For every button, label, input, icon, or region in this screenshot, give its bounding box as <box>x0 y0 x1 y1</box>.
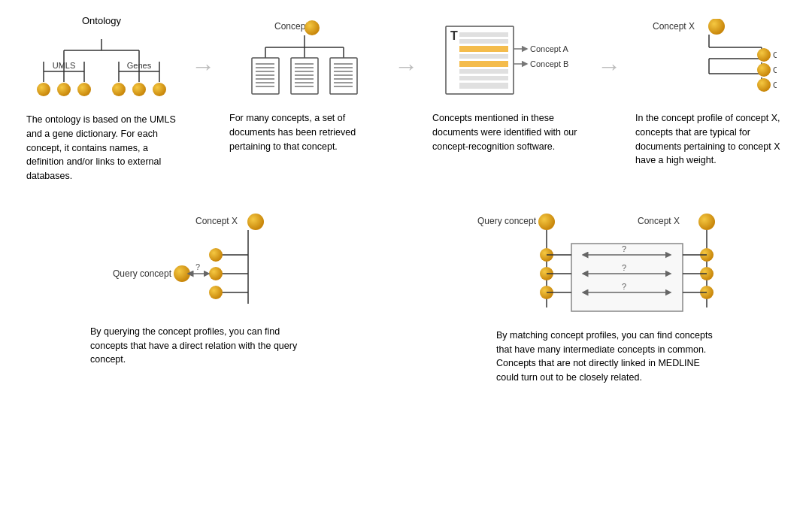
svg-point-94 <box>209 248 223 262</box>
panel-recognition: T Concept A Con <box>421 15 594 153</box>
profile-visual: Concept X <box>645 15 777 105</box>
svg-text:Concept X: Concept X <box>638 216 680 226</box>
svg-point-22 <box>77 83 91 96</box>
svg-text:Concept B: Concept B <box>530 59 568 68</box>
svg-rect-62 <box>459 54 508 59</box>
svg-rect-41 <box>291 58 318 94</box>
svg-rect-65 <box>459 76 508 80</box>
svg-point-81 <box>757 48 771 62</box>
svg-point-21 <box>57 83 71 96</box>
svg-rect-115 <box>571 244 683 311</box>
svg-text:Query concept: Query concept <box>113 268 172 279</box>
svg-text:Concept A: Concept A <box>773 50 777 59</box>
recognition-visual: T Concept A Con <box>438 15 577 105</box>
svg-point-102 <box>538 214 555 230</box>
svg-text:?: ? <box>622 263 626 272</box>
ontology-text: The ontology is based on the UMLS and a … <box>26 113 177 183</box>
svg-text:Concept A: Concept A <box>530 44 568 53</box>
bottom-row: Concept X Query concept <box>15 214 797 385</box>
bottom-panel-query: Concept X Query concept <box>15 214 391 385</box>
panel-documents: Concept X <box>218 15 391 153</box>
arrow-1: → <box>188 15 218 80</box>
svg-point-98 <box>174 265 190 282</box>
matching-svg: Query concept Concept X <box>474 214 744 323</box>
svg-text:Concept B: Concept B <box>773 65 777 74</box>
arrow-3: → <box>594 15 624 80</box>
documents-text: For many concepts, a set of documents ha… <box>229 111 380 153</box>
query-svg: Concept X Query concept <box>109 214 297 319</box>
svg-rect-63 <box>459 61 508 67</box>
svg-point-24 <box>132 83 146 96</box>
profile-text: In the concept profile of concept X, con… <box>635 111 786 168</box>
panel-ontology: Ontology <box>15 15 188 183</box>
svg-text:?: ? <box>622 244 626 253</box>
svg-point-85 <box>757 78 771 92</box>
recognition-text: Concepts mentioned in these documents we… <box>432 111 583 153</box>
documents-svg: Concept X <box>244 19 365 105</box>
svg-rect-66 <box>459 83 508 89</box>
svg-text:Concept C: Concept C <box>773 80 777 89</box>
svg-rect-60 <box>459 39 508 44</box>
svg-text:?: ? <box>195 262 200 271</box>
svg-rect-61 <box>459 46 508 52</box>
matching-text: By matching concept profiles, you can fi… <box>496 329 722 385</box>
matching-visual: Query concept Concept X <box>474 214 744 323</box>
svg-point-104 <box>698 214 715 230</box>
svg-point-27 <box>304 20 320 35</box>
svg-point-20 <box>37 83 50 96</box>
svg-rect-59 <box>459 32 508 37</box>
svg-rect-49 <box>330 58 357 94</box>
query-text: By querying the concept profiles, you ca… <box>90 325 316 367</box>
profile-svg: Concept X <box>645 19 777 105</box>
svg-text:Query concept: Query concept <box>477 216 537 226</box>
bottom-panel-matching: Query concept Concept X <box>421 214 797 385</box>
svg-point-23 <box>112 83 126 96</box>
svg-text:Concept X: Concept X <box>195 216 238 226</box>
svg-text:Genes: Genes <box>127 61 152 70</box>
svg-text:Concept X: Concept X <box>653 21 695 32</box>
recognition-svg: T Concept A Con <box>438 19 577 105</box>
svg-text:UMLS: UMLS <box>53 61 76 70</box>
svg-point-83 <box>757 63 771 77</box>
svg-text:T: T <box>450 29 458 42</box>
svg-rect-64 <box>459 69 508 74</box>
ontology-tree-svg: UMLS Genes <box>30 28 173 107</box>
svg-point-88 <box>247 214 264 230</box>
top-row: Ontology <box>15 15 797 183</box>
query-visual: Concept X Query concept <box>109 214 297 319</box>
svg-point-96 <box>209 286 223 299</box>
panel-profile: Concept X <box>624 15 797 168</box>
svg-point-25 <box>153 83 166 96</box>
svg-point-95 <box>209 267 223 280</box>
svg-point-72 <box>708 19 725 35</box>
arrow-2: → <box>391 15 421 80</box>
svg-text:?: ? <box>622 282 626 291</box>
ontology-visual: Ontology <box>30 15 173 107</box>
svg-rect-33 <box>252 58 279 94</box>
main-diagram: Ontology <box>15 15 797 385</box>
ontology-title: Ontology <box>82 15 121 26</box>
documents-visual: Concept X <box>244 15 365 105</box>
